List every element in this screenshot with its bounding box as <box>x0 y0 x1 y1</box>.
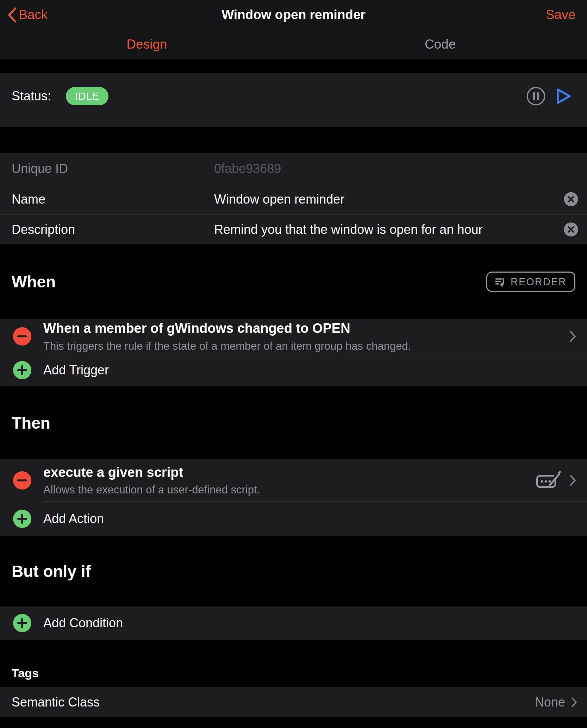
then-heading: Then <box>12 413 50 433</box>
name-label: Name <box>12 192 214 207</box>
name-row: Name Window open reminder <box>0 184 587 214</box>
description-row: Description Remind you that the window i… <box>0 214 587 244</box>
minus-circle-icon <box>13 327 32 346</box>
tags-heading: Tags <box>12 666 39 680</box>
reorder-label: REORDER <box>511 276 567 288</box>
remove-action-button[interactable] <box>13 471 32 490</box>
action-title: execute a given script <box>43 464 529 481</box>
status-card: Status: IDLE <box>0 73 587 127</box>
pause-icon <box>526 86 546 106</box>
unique-id-row: Unique ID 0fabe93689 <box>0 153 587 184</box>
navbar-top: Back Window open reminder Save <box>0 0 587 30</box>
plus-circle-icon <box>13 614 32 633</box>
navbar: Back Window open reminder Save Design Co… <box>0 0 587 59</box>
trigger-row[interactable]: When a member of gWindows changed to OPE… <box>0 319 587 354</box>
trigger-title: When a member of gWindows changed to OPE… <box>43 320 563 337</box>
add-action-label: Add Action <box>43 511 104 526</box>
reorder-button[interactable]: REORDER <box>486 272 575 292</box>
semantic-class-row[interactable]: Semantic Class None <box>0 687 587 717</box>
action-text: execute a given script Allows the execut… <box>43 464 529 497</box>
trigger-subtitle: This triggers the rule if the state of a… <box>43 340 563 353</box>
add-trigger-row[interactable]: Add Trigger <box>0 354 587 386</box>
add-trigger-button[interactable] <box>13 361 32 380</box>
trigger-text: When a member of gWindows changed to OPE… <box>43 320 563 353</box>
description-clear-button[interactable] <box>564 222 578 237</box>
save-button[interactable]: Save <box>546 7 575 22</box>
tags-section-header: Tags <box>0 640 587 687</box>
add-trigger-label: Add Trigger <box>43 363 109 378</box>
semantic-class-value: None <box>535 695 565 710</box>
chevron-right-icon <box>571 697 577 708</box>
conditions-card: Add Condition <box>0 606 587 640</box>
actions-card: execute a given script Allows the execut… <box>0 459 587 536</box>
plus-circle-icon <box>13 361 32 380</box>
rule-editor-page: Back Window open reminder Save Design Co… <box>0 0 587 728</box>
triggers-card: When a member of gWindows changed to OPE… <box>0 319 587 386</box>
pause-button[interactable] <box>526 86 546 106</box>
but-only-if-heading: But only if <box>12 562 91 581</box>
status-badge: IDLE <box>66 87 108 105</box>
add-condition-row[interactable]: Add Condition <box>0 606 587 640</box>
status-actions <box>526 86 573 106</box>
play-icon <box>555 87 573 106</box>
conditions-section-header: But only if <box>0 536 587 606</box>
then-section-header: Then <box>0 386 587 459</box>
add-action-button[interactable] <box>13 509 32 528</box>
semantic-class-label: Semantic Class <box>12 695 100 710</box>
description-input[interactable]: Remind you that the window is open for a… <box>214 222 564 237</box>
semantic-class-accessories: None <box>535 695 577 710</box>
tab-design[interactable]: Design <box>0 30 294 59</box>
add-condition-button[interactable] <box>13 614 32 633</box>
add-condition-label: Add Condition <box>43 616 123 630</box>
name-clear-button[interactable] <box>564 192 578 206</box>
chevron-right-icon <box>569 474 576 487</box>
minus-circle-icon <box>13 471 32 490</box>
unique-id-label: Unique ID <box>12 161 214 176</box>
status-label: Status: <box>12 89 51 104</box>
edit-script-button[interactable] <box>535 469 563 491</box>
remove-trigger-button[interactable] <box>13 327 32 346</box>
action-row[interactable]: execute a given script Allows the execut… <box>0 459 587 501</box>
action-accessories <box>535 469 576 491</box>
script-compose-icon <box>535 469 563 491</box>
unique-id-value: 0fabe93689 <box>214 161 578 176</box>
chevron-right-icon <box>569 330 576 343</box>
tab-code[interactable]: Code <box>294 30 587 59</box>
rule-info-card: Unique ID 0fabe93689 Name Window open re… <box>0 153 587 244</box>
description-label: Description <box>12 222 214 237</box>
action-subtitle: Allows the execution of a user-defined s… <box>43 483 529 496</box>
trigger-accessories <box>569 330 576 343</box>
status-row: Status: IDLE <box>12 86 573 106</box>
when-section-header: When REORDER <box>0 244 587 319</box>
clear-icon <box>564 192 578 206</box>
when-heading: When <box>12 272 56 291</box>
name-input[interactable]: Window open reminder <box>214 192 564 207</box>
tab-bar: Design Code <box>0 30 587 59</box>
run-button[interactable] <box>555 87 573 106</box>
plus-circle-icon <box>13 509 32 528</box>
reorder-icon <box>494 276 506 288</box>
add-action-row[interactable]: Add Action <box>0 502 587 536</box>
page-title: Window open reminder <box>0 7 587 22</box>
clear-icon <box>564 222 578 237</box>
